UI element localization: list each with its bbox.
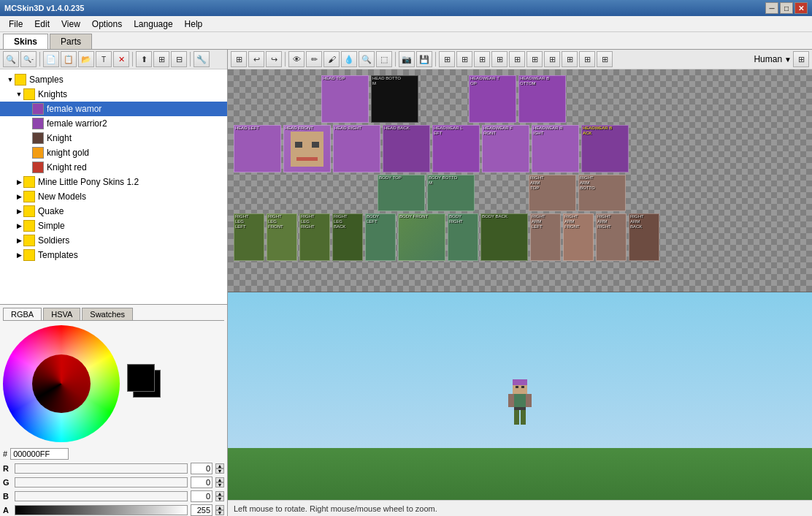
color-wheel[interactable] [3,325,120,442]
skin-part-body-left[interactable]: BODYLEFT [365,213,396,261]
skin-part-headwear-left[interactable]: HEADWEAR LEFT [432,125,480,172]
skin-part-head-right[interactable]: HEAD RIGHT [333,125,380,172]
paint-button[interactable]: 🖌 [323,51,340,67]
expand-arrow-new-models[interactable]: ▶ [15,193,23,200]
grid-view-4[interactable]: ⊞ [491,51,508,67]
tree-item-knights[interactable]: ▼ Knights [0,87,227,102]
settings-button[interactable]: 🔧 [194,51,210,67]
grid2-button[interactable]: ⊟ [171,51,187,67]
color-tab-hsva[interactable]: HSVA [43,308,80,320]
color-tab-rgba[interactable]: RGBA [3,308,42,320]
zoom-in-button[interactable]: 🔍 [3,51,19,67]
skin-part-body-top[interactable]: BODY TOP [378,175,425,211]
clone-button[interactable]: 📋 [61,51,77,67]
color-tab-swatches[interactable]: Swatches [82,308,133,320]
grid-view-1[interactable]: ⊞ [439,51,455,67]
expand-arrow-soldiers[interactable]: ▶ [15,237,23,244]
menu-options[interactable]: Options [86,18,128,31]
skin-part-headwear-bottom[interactable]: HEADWEAR BOTTOM [518,75,566,123]
red-value[interactable] [191,463,212,474]
grid-button[interactable]: ⊞ [153,51,169,67]
expand-arrow-knights[interactable]: ▼ [15,91,23,98]
grid-view-6[interactable]: ⊞ [526,51,543,67]
eraser-button[interactable]: ⬚ [376,51,392,67]
skin-part-right-arm-bottom[interactable]: RIGHTARMBOTTO [578,175,626,211]
extra-view-button[interactable]: ⊞ [793,51,809,67]
foreground-color-swatch[interactable] [127,364,155,392]
red-spin-up[interactable]: ▲ [215,463,224,468]
tree-item-female-warrior2[interactable]: female warrior2 [0,116,227,131]
skin-part-head-front[interactable]: HEAD FRONT [283,125,331,172]
grid-view-7[interactable]: ⊞ [544,51,560,67]
skin-part-headwear-back[interactable]: HEADWEAR BACK [581,125,629,172]
grid-view-10[interactable]: ⊞ [597,51,613,67]
tree-item-female-wamor[interactable]: female wamor [0,102,227,116]
import-button[interactable]: 📂 [78,51,94,67]
camera-button[interactable]: 📷 [399,51,415,67]
tree-item-soldiers[interactable]: ▶ Soldiers [0,233,227,248]
grid-view-9[interactable]: ⊞ [579,51,595,67]
alpha-spin-down[interactable]: ▼ [215,510,224,515]
view-btn-1[interactable]: ⊞ [231,51,247,67]
alpha-value[interactable] [191,504,212,516]
skin-part-headwear-top[interactable]: HEADWEAR TOP [469,75,516,123]
tree-item-samples[interactable]: ▼ Samples [0,72,227,87]
skin-part-right-arm-top[interactable]: RIGHTARMTOP [529,175,576,211]
delete-button[interactable]: ✕ [113,51,129,67]
skin-part-body-right[interactable]: BODYRIGHT [448,213,478,261]
blue-spin-down[interactable]: ▼ [215,496,224,501]
skin-part-rl-right[interactable]: RIGHTLEGRIGHT [299,213,330,261]
skin-part-headwear-front[interactable]: HEADWEAR FRONT [482,125,529,172]
menu-edit[interactable]: Edit [28,18,55,31]
menu-file[interactable]: File [3,18,28,31]
rename-button[interactable]: T [96,51,112,67]
tree-item-simple[interactable]: ▶ Simple [0,219,227,233]
human-dropdown-arrow[interactable]: ▼ [784,56,792,64]
expand-arrow-quake[interactable]: ▶ [15,208,23,215]
redo-button[interactable]: ↪ [266,51,282,67]
skin-part-head-left[interactable]: HEAD LEFT [234,125,281,172]
tree-item-knight-red[interactable]: Knight red [0,160,227,175]
menu-language[interactable]: Language [128,18,178,31]
expand-arrow-templates[interactable]: ▶ [15,251,23,259]
expand-arrow-samples[interactable]: ▼ [6,76,15,83]
green-slider-track[interactable] [15,477,188,487]
grid-view-5[interactable]: ⊞ [509,51,525,67]
skin-part-body-front[interactable]: BODY FRONT [398,213,445,261]
skin-part-head-top[interactable]: HEAD TOP [321,75,369,123]
new-skin-button[interactable]: 📄 [43,51,59,67]
red-spin-down[interactable]: ▼ [215,468,224,474]
minimize-button[interactable]: ─ [765,2,778,14]
skin-part-ra-right[interactable]: RIGHTARMRIGHT [596,213,627,261]
3d-viewport[interactable] [228,292,812,500]
skin-part-rl-back[interactable]: RIGHTLEGBACK [332,213,363,261]
menu-help[interactable]: Help [179,18,209,31]
skin-part-rl-left[interactable]: RIGHTLEGLEFT [234,213,264,261]
red-slider-track[interactable] [15,463,188,474]
alpha-slider-track[interactable] [15,505,188,515]
menu-view[interactable]: View [55,18,86,31]
blue-value[interactable] [191,490,212,502]
grid-view-8[interactable]: ⊞ [562,51,578,67]
skin-part-body-bottom[interactable]: BODY BOTTOM [427,175,475,211]
grid-view-3[interactable]: ⊞ [474,51,490,67]
skin-part-ra-back[interactable]: RIGHTARMBACK [629,213,659,261]
view-toggle-button[interactable]: 👁 [288,51,304,67]
skin-part-headwear-right[interactable]: HEADWEAR RIGHT [532,125,579,172]
maximize-button[interactable]: □ [780,2,793,14]
expand-arrow-mine-pony[interactable]: ▶ [15,178,23,186]
skin-tree[interactable]: ▼ Samples ▼ Knights female wamor [0,69,227,304]
skin-part-head-bottom[interactable]: HEAD BOTTOM [371,75,418,123]
save-button[interactable]: 💾 [416,51,432,67]
zoom-out-button[interactable]: 🔍- [20,51,37,67]
blue-spin-up[interactable]: ▲ [215,491,224,496]
zoom-tool-button[interactable]: 🔍 [359,51,375,67]
tab-skins[interactable]: Skins [3,34,48,49]
skin-part-rl-front[interactable]: RIGHTLEGFRONT [267,213,297,261]
skin-part-ra-left[interactable]: RIGHTARMLEFT [530,213,561,261]
skin-part-head-back[interactable]: HEAD BACK [383,125,430,172]
expand-arrow-simple[interactable]: ▶ [15,222,23,229]
skin-part-body-back[interactable]: BODY BACK [480,213,528,261]
upload-button[interactable]: ⬆ [136,51,152,67]
close-button[interactable]: ✕ [794,2,808,14]
